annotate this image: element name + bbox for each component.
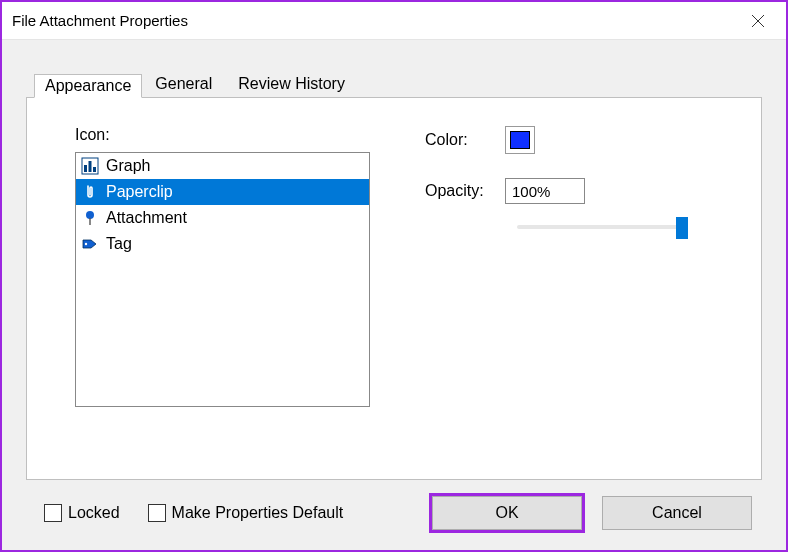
opacity-label: Opacity: (425, 182, 505, 200)
icon-item-tag[interactable]: Tag (76, 231, 369, 257)
svg-point-8 (85, 243, 87, 245)
color-row: Color: (425, 126, 713, 154)
window-title: File Attachment Properties (12, 12, 188, 29)
dialog-body: Appearance General Review History Icon: … (2, 40, 786, 550)
tab-appearance[interactable]: Appearance (34, 74, 142, 98)
svg-rect-4 (89, 161, 92, 172)
close-icon (751, 14, 765, 28)
checkbox-label: Locked (68, 504, 120, 522)
checkbox-box (148, 504, 166, 522)
cancel-button[interactable]: Cancel (602, 496, 752, 530)
tab-label: General (155, 75, 212, 92)
titlebar: File Attachment Properties (2, 2, 786, 40)
locked-checkbox[interactable]: Locked (44, 504, 120, 522)
graph-icon (80, 156, 100, 176)
icon-item-label: Graph (106, 157, 150, 175)
pushpin-icon (80, 208, 100, 228)
dialog-window: File Attachment Properties Appearance Ge… (0, 0, 788, 552)
icon-item-paperclip[interactable]: Paperclip (76, 179, 369, 205)
button-label: OK (495, 504, 518, 522)
tab-label: Review History (238, 75, 345, 92)
properties-section: Color: Opacity: (385, 126, 713, 455)
icon-section: Icon: Graph Paperclip (75, 126, 385, 455)
color-swatch-inner (510, 131, 530, 149)
icon-item-label: Tag (106, 235, 132, 253)
tab-review-history[interactable]: Review History (225, 70, 358, 97)
icon-listbox[interactable]: Graph Paperclip Attachment (75, 152, 370, 407)
icon-label: Icon: (75, 126, 385, 144)
tag-icon (80, 234, 100, 254)
tab-label: Appearance (45, 77, 131, 94)
opacity-input[interactable] (505, 178, 585, 204)
color-label: Color: (425, 131, 505, 149)
tab-panel-appearance: Icon: Graph Paperclip (26, 97, 762, 480)
icon-item-label: Attachment (106, 209, 187, 227)
color-picker[interactable] (505, 126, 535, 154)
dialog-footer: Locked Make Properties Default OK Cancel (26, 480, 762, 532)
slider-thumb[interactable] (676, 217, 688, 239)
checkbox-label: Make Properties Default (172, 504, 344, 522)
tab-general[interactable]: General (142, 70, 225, 97)
icon-item-graph[interactable]: Graph (76, 153, 369, 179)
opacity-row: Opacity: (425, 178, 713, 204)
slider-track (517, 225, 682, 229)
svg-point-6 (86, 211, 94, 219)
svg-rect-5 (93, 167, 96, 172)
close-button[interactable] (742, 5, 774, 37)
paperclip-icon (80, 182, 100, 202)
svg-rect-3 (84, 165, 87, 172)
button-label: Cancel (652, 504, 702, 522)
ok-button[interactable]: OK (432, 496, 582, 530)
icon-item-label: Paperclip (106, 183, 173, 201)
make-default-checkbox[interactable]: Make Properties Default (148, 504, 344, 522)
icon-item-attachment[interactable]: Attachment (76, 205, 369, 231)
checkbox-box (44, 504, 62, 522)
opacity-slider[interactable] (517, 216, 682, 238)
tab-bar: Appearance General Review History (34, 70, 762, 97)
